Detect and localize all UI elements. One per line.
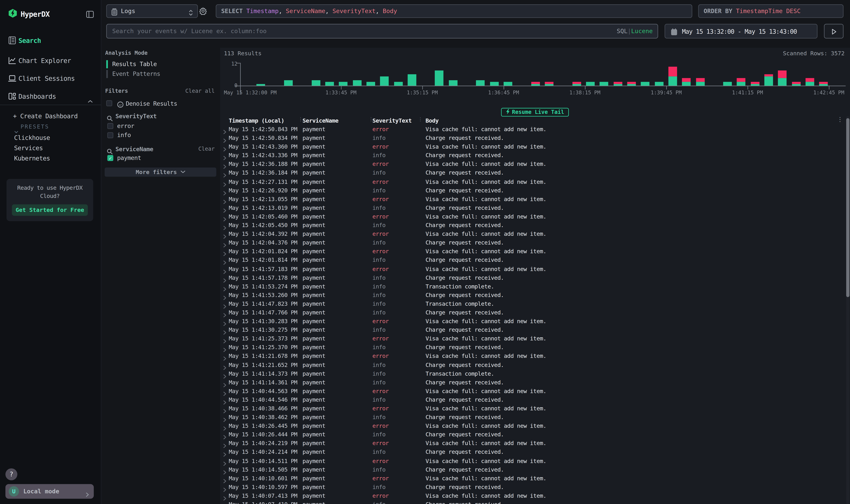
search-input[interactable]: Search your events w/ Lucene ex. column:… <box>106 24 658 38</box>
table-row[interactable]: May 15 1:42:13.019 PMpaymentinfoCharge r… <box>220 203 847 212</box>
gear-icon[interactable] <box>199 7 207 15</box>
expand-row-icon[interactable] <box>223 344 227 350</box>
lucene-toggle[interactable]: Lucene <box>631 28 653 35</box>
table-row[interactable]: May 15 1:41:14.373 PMpaymentinfoTransact… <box>220 369 847 378</box>
histogram-bar[interactable] <box>408 74 416 86</box>
histogram-bar[interactable] <box>366 82 375 86</box>
sidebar-item-chart-explorer[interactable]: Chart Explorer <box>0 53 101 69</box>
table-row[interactable]: May 15 1:41:30.275 PMpaymentinfoCharge r… <box>220 325 847 334</box>
denoise-checkbox[interactable] <box>106 100 112 106</box>
table-row[interactable]: May 15 1:41:53.260 PMpaymentinfoCharge r… <box>220 290 847 299</box>
expand-row-icon[interactable] <box>223 484 227 489</box>
histogram-bar[interactable] <box>723 82 732 86</box>
table-row[interactable]: May 15 1:41:25.373 PMpaymenterrorVisa ca… <box>220 334 847 343</box>
table-row[interactable]: May 15 1:42:01.824 PMpaymenterrorVisa ca… <box>220 247 847 255</box>
select-clause-input[interactable]: SELECT Timestamp, ServiceName, SeverityT… <box>216 4 692 18</box>
expand-row-icon[interactable] <box>223 379 227 385</box>
histogram-bar[interactable] <box>778 70 787 86</box>
table-row[interactable]: May 15 1:42:05.460 PMpaymenterrorVisa ca… <box>220 212 847 221</box>
table-row[interactable]: May 15 1:40:26.445 PMpaymenterrorVisa ca… <box>220 421 847 430</box>
date-range-picker[interactable]: May 15 13:32:00 - May 15 13:43:00 <box>665 24 817 38</box>
clear-all-filters-button[interactable]: Clear all <box>185 88 215 94</box>
expand-row-icon[interactable] <box>223 231 227 236</box>
expand-row-icon[interactable] <box>223 214 227 219</box>
expand-row-icon[interactable] <box>223 126 227 132</box>
column-body[interactable]: Body <box>426 117 439 124</box>
sidebar-item-services[interactable]: Services <box>14 144 43 152</box>
table-row[interactable]: May 15 1:40:14.505 PMpaymentinfoCharge r… <box>220 465 847 474</box>
orderby-clause-input[interactable]: ORDER BY TimestampTime DESC <box>698 4 844 18</box>
expand-row-icon[interactable] <box>223 301 227 306</box>
histogram-bar[interactable] <box>449 80 457 86</box>
table-row[interactable]: May 15 1:40:14.511 PMpaymenterrorVisa ca… <box>220 456 847 465</box>
expand-row-icon[interactable] <box>223 179 227 184</box>
table-row[interactable]: May 15 1:42:26.920 PMpaymentinfoCharge r… <box>220 186 847 195</box>
local-mode-menu[interactable]: U Local mode <box>5 484 94 499</box>
histogram-bar[interactable] <box>380 76 389 86</box>
table-row[interactable]: May 15 1:42:36.184 PMpaymentinfoCharge r… <box>220 168 847 177</box>
table-row[interactable]: May 15 1:40:24.219 PMpaymenterrorVisa ca… <box>220 439 847 448</box>
histogram-bar[interactable] <box>806 78 814 86</box>
table-row[interactable]: May 15 1:40:10.597 PMpaymentinfoCharge r… <box>220 482 847 491</box>
table-row[interactable]: May 15 1:41:57.183 PMpaymenterrorVisa ca… <box>220 264 847 273</box>
histogram-bar[interactable] <box>352 80 361 86</box>
histogram-bar[interactable] <box>655 82 664 86</box>
expand-row-icon[interactable] <box>223 283 227 289</box>
histogram-bar[interactable] <box>764 74 773 86</box>
table-row[interactable]: May 15 1:41:57.178 PMpaymentinfoCharge r… <box>220 273 847 282</box>
sidebar-item-search[interactable]: Search <box>0 33 101 49</box>
table-row[interactable]: May 15 1:42:13.055 PMpaymenterrorVisa ca… <box>220 195 847 203</box>
expand-row-icon[interactable] <box>223 327 227 332</box>
table-row[interactable]: May 15 1:42:27.131 PMpaymenterrorVisa ca… <box>220 177 847 186</box>
table-row[interactable]: May 15 1:41:47.823 PMpaymentinfoTransact… <box>220 299 847 308</box>
sidebar-item-clickhouse[interactable]: Clickhouse <box>14 134 50 142</box>
expand-row-icon[interactable] <box>223 458 227 463</box>
expand-row-icon[interactable] <box>223 440 227 446</box>
table-row[interactable]: May 15 1:42:50.834 PMpaymentinfoCharge r… <box>220 133 847 142</box>
histogram-bar[interactable] <box>284 80 293 86</box>
expand-row-icon[interactable] <box>223 475 227 481</box>
histogram[interactable] <box>242 62 846 86</box>
histogram-bar[interactable] <box>737 78 746 86</box>
table-row[interactable]: May 15 1:41:21.652 PMpaymentinfoCharge r… <box>220 360 847 369</box>
column-timestamp[interactable]: Timestamp (Local) <box>229 117 284 124</box>
presets-section-label[interactable]: PRESETS <box>21 124 49 130</box>
histogram-bar[interactable] <box>476 80 485 86</box>
tab-event-patterns[interactable]: Event Patterns <box>106 69 215 79</box>
more-filters-button[interactable]: More filters <box>105 167 216 177</box>
sidebar-item-dashboards[interactable]: Dashboards <box>0 88 101 105</box>
resume-live-tail-button[interactable]: Resume Live Tail <box>501 108 569 117</box>
histogram-bar[interactable] <box>819 82 828 86</box>
expand-row-icon[interactable] <box>223 388 227 393</box>
table-row[interactable]: May 15 1:40:24.214 PMpaymentinfoCharge r… <box>220 448 847 456</box>
table-row[interactable]: May 15 1:42:43.336 PMpaymentinfoCharge r… <box>220 151 847 160</box>
sidebar-item-client-sessions[interactable]: Client Sessions <box>0 70 101 87</box>
expand-row-icon[interactable] <box>223 432 227 437</box>
table-row[interactable]: May 15 1:40:07.413 PMpaymenterrorVisa ca… <box>220 491 847 500</box>
table-row[interactable]: May 15 1:42:05.450 PMpaymentinfoCharge r… <box>220 221 847 229</box>
expand-row-icon[interactable] <box>223 196 227 201</box>
histogram-bar[interactable] <box>435 70 444 86</box>
expand-row-icon[interactable] <box>223 353 227 359</box>
table-options-kebab-icon[interactable]: ⋮ <box>837 116 843 123</box>
filter-group-severitytext[interactable]: SeverityText <box>115 113 157 120</box>
histogram-bar[interactable] <box>504 82 512 86</box>
expand-row-icon[interactable] <box>223 501 227 504</box>
histogram-bar[interactable] <box>668 67 677 86</box>
histogram-bar[interactable] <box>325 82 334 86</box>
histogram-bar[interactable] <box>394 82 402 86</box>
expand-row-icon[interactable] <box>223 397 227 402</box>
column-resize-handle[interactable]: ⋮ <box>418 116 423 122</box>
expand-row-icon[interactable] <box>223 257 227 263</box>
expand-row-icon[interactable] <box>223 144 227 149</box>
table-row[interactable]: May 15 1:42:43.360 PMpaymenterrorVisa ca… <box>220 142 847 151</box>
help-button[interactable]: ? <box>5 468 17 480</box>
table-row[interactable]: May 15 1:41:25.370 PMpaymentinfoCharge r… <box>220 343 847 352</box>
histogram-bar[interactable] <box>490 82 499 86</box>
table-row[interactable]: May 15 1:42:01.814 PMpaymentinfoCharge r… <box>220 255 847 264</box>
filter-payment-checkbox[interactable]: ✓ <box>107 155 113 161</box>
expand-row-icon[interactable] <box>223 240 227 245</box>
expand-row-icon[interactable] <box>223 249 227 254</box>
table-row[interactable]: May 15 1:41:21.678 PMpaymenterrorVisa ca… <box>220 352 847 360</box>
expand-row-icon[interactable] <box>223 318 227 324</box>
